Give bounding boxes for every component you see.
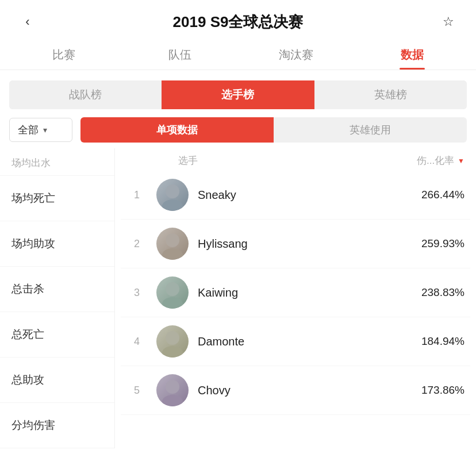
avatar (156, 325, 189, 358)
tab-playoffs[interactable]: 淘汰赛 (238, 39, 354, 70)
sidebar: 场均出水 场均死亡 场均助攻 总击杀 总死亡 总助攻 分均伤害 (0, 148, 115, 448)
svg-point-0 (166, 185, 179, 198)
data-sub-tab-single[interactable]: 单项数据 (80, 117, 274, 143)
player-rank: 4 (126, 336, 147, 348)
player-stat: 259.93% (401, 237, 465, 250)
avatar (156, 179, 189, 211)
sidebar-item-avg-assist[interactable]: 场均助攻 (0, 221, 114, 267)
svg-point-1 (162, 199, 183, 211)
table-row: 1 Sneaky 266.44% (121, 171, 470, 220)
player-stat: 238.83% (401, 286, 465, 299)
sidebar-item-total-kills[interactable]: 总击杀 (0, 267, 114, 312)
player-name: Damonte (198, 335, 401, 348)
tab-matches[interactable]: 比赛 (6, 39, 122, 70)
player-stat: 173.86% (401, 384, 465, 397)
player-name: Chovy (198, 384, 401, 397)
nav-tabs: 比赛 队伍 淘汰赛 数据 (0, 39, 476, 70)
tab-teams[interactable]: 队伍 (122, 39, 238, 70)
chevron-down-icon: ▾ (43, 125, 47, 134)
star-icon: ☆ (443, 14, 454, 29)
player-list: 选手 伤...化率 ▼ 1 Sneaky 266.44% (115, 148, 476, 448)
main-content: 场均出水 场均死亡 场均助攻 总击杀 总死亡 总助攻 分均伤害 选手 伤...化… (0, 148, 476, 448)
sort-arrow-icon: ▼ (458, 157, 465, 165)
svg-point-9 (162, 395, 183, 406)
table-row: 3 Kaiwing 238.83% (121, 268, 470, 317)
svg-point-6 (166, 331, 179, 345)
sidebar-item-avg-damage[interactable]: 分均伤害 (0, 403, 114, 448)
player-stat: 184.94% (401, 335, 465, 348)
header-player-label: 选手 (126, 154, 417, 167)
data-sub-tabs: 单项数据 英雄使用 (80, 117, 467, 143)
svg-point-8 (166, 380, 179, 394)
header: ‹ 2019 S9全球总决赛 ☆ (0, 0, 476, 39)
sub-tab-player-rank[interactable]: 选手榜 (162, 80, 314, 109)
svg-point-3 (162, 248, 183, 260)
player-rank: 5 (126, 385, 147, 397)
sub-tab-team-rank[interactable]: 战队榜 (9, 80, 162, 109)
sub-tab-hero-rank[interactable]: 英雄榜 (314, 80, 467, 109)
data-sub-tab-hero-use[interactable]: 英雄使用 (274, 117, 467, 143)
back-button[interactable]: ‹ (16, 10, 39, 33)
avatar (156, 276, 189, 309)
sub-tabs: 战队榜 选手榜 英雄榜 (9, 80, 467, 109)
favorite-button[interactable]: ☆ (437, 10, 460, 33)
filter-row: 全部 ▾ 单项数据 英雄使用 (9, 117, 467, 143)
player-rank: 3 (126, 287, 147, 299)
tab-data[interactable]: 数据 (354, 39, 470, 70)
list-header: 选手 伤...化率 ▼ (121, 148, 470, 171)
player-rank: 1 (126, 189, 147, 201)
svg-point-5 (162, 297, 183, 309)
filter-select[interactable]: 全部 ▾ (9, 118, 72, 142)
player-name: Hylissang (198, 237, 401, 251)
table-row: 5 Chovy 173.86% (121, 366, 470, 415)
player-name: Kaiwing (198, 286, 401, 299)
table-row: 4 Damonte 184.94% (121, 317, 470, 366)
avatar (156, 228, 189, 260)
sidebar-item-avg-death[interactable]: 场均死亡 (0, 176, 114, 221)
player-name: Sneaky (198, 189, 401, 202)
header-stat-label: 伤...化率 ▼ (417, 154, 465, 167)
back-icon: ‹ (25, 14, 29, 29)
page-title: 2019 S9全球总决赛 (173, 12, 304, 32)
avatar (156, 374, 189, 406)
table-row: 2 Hylissang 259.93% (121, 220, 470, 268)
sidebar-item-total-deaths[interactable]: 总死亡 (0, 312, 114, 358)
filter-select-label: 全部 (18, 123, 39, 137)
svg-point-4 (166, 282, 179, 296)
player-stat: 266.44% (401, 189, 465, 201)
svg-point-7 (162, 346, 183, 358)
player-rank: 2 (126, 238, 147, 250)
svg-point-2 (166, 233, 179, 247)
sidebar-item-total-assists[interactable]: 总助攻 (0, 358, 114, 403)
sidebar-item-avg-output[interactable]: 场均出水 (0, 148, 114, 176)
